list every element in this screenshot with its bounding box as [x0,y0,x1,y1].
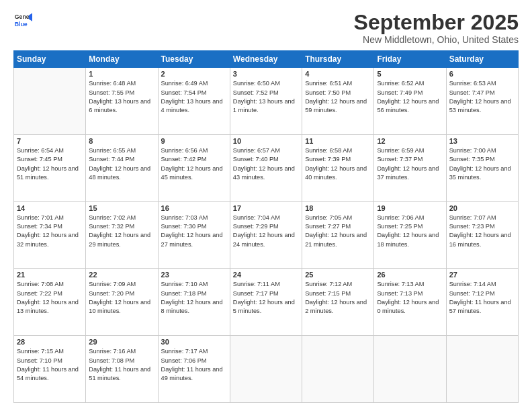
calendar-week-5: 28Sunrise: 7:15 AMSunset: 7:10 PMDayligh… [14,336,519,403]
calendar-cell: 22Sunrise: 7:09 AMSunset: 7:20 PMDayligh… [86,269,158,336]
day-number: 19 [377,204,443,212]
day-number: 18 [305,204,371,212]
day-number: 6 [449,70,515,78]
day-info: Sunrise: 7:15 AMSunset: 7:10 PMDaylight:… [17,347,83,383]
day-info: Sunrise: 7:06 AMSunset: 7:25 PMDaylight:… [377,214,443,249]
calendar-header-sunday: Sunday [14,51,86,68]
calendar-cell: 7Sunrise: 6:54 AMSunset: 7:45 PMDaylight… [14,134,86,201]
day-info: Sunrise: 6:54 AMSunset: 7:45 PMDaylight:… [17,146,83,182]
day-info: Sunrise: 7:11 AMSunset: 7:17 PMDaylight:… [233,280,299,316]
calendar-cell: 12Sunrise: 6:59 AMSunset: 7:37 PMDayligh… [374,134,446,201]
day-info: Sunrise: 7:09 AMSunset: 7:20 PMDaylight:… [89,280,154,316]
day-info: Sunrise: 6:55 AMSunset: 7:44 PMDaylight:… [89,146,154,182]
day-number: 3 [233,70,299,78]
day-number: 14 [17,204,83,212]
calendar-header-friday: Friday [374,51,446,68]
day-number: 17 [233,204,299,212]
logo-icon: General Blue [13,11,32,30]
day-info: Sunrise: 7:05 AMSunset: 7:27 PMDaylight:… [305,214,371,249]
day-info: Sunrise: 7:16 AMSunset: 7:08 PMDaylight:… [89,347,154,383]
calendar-cell: 27Sunrise: 7:14 AMSunset: 7:12 PMDayligh… [446,269,518,336]
day-number: 20 [449,204,515,212]
day-number: 26 [377,271,443,279]
day-info: Sunrise: 7:14 AMSunset: 7:12 PMDaylight:… [449,280,515,316]
day-info: Sunrise: 7:12 AMSunset: 7:15 PMDaylight:… [305,280,371,316]
calendar-cell [374,336,446,403]
day-number: 27 [449,271,515,279]
location: New Middletown, Ohio, United States [354,34,519,45]
day-number: 16 [161,204,227,212]
calendar-cell: 17Sunrise: 7:04 AMSunset: 7:29 PMDayligh… [230,201,302,269]
day-info: Sunrise: 7:01 AMSunset: 7:34 PMDaylight:… [17,214,83,249]
calendar-cell: 1Sunrise: 6:48 AMSunset: 7:55 PMDaylight… [86,68,158,135]
day-info: Sunrise: 6:49 AMSunset: 7:54 PMDaylight:… [161,79,227,115]
calendar-cell: 18Sunrise: 7:05 AMSunset: 7:27 PMDayligh… [302,201,374,269]
calendar-cell: 10Sunrise: 6:57 AMSunset: 7:40 PMDayligh… [230,134,302,201]
day-number: 11 [305,137,371,145]
calendar-week-1: 1Sunrise: 6:48 AMSunset: 7:55 PMDaylight… [14,68,519,135]
calendar-cell: 8Sunrise: 6:55 AMSunset: 7:44 PMDaylight… [86,134,158,201]
calendar-cell: 11Sunrise: 6:58 AMSunset: 7:39 PMDayligh… [302,134,374,201]
calendar-cell [230,336,302,403]
calendar-cell: 25Sunrise: 7:12 AMSunset: 7:15 PMDayligh… [302,269,374,336]
day-info: Sunrise: 7:17 AMSunset: 7:06 PMDaylight:… [161,347,227,383]
day-number: 25 [305,271,371,279]
day-number: 22 [89,271,154,279]
calendar-cell [302,336,374,403]
day-number: 5 [377,70,443,78]
calendar-header-row: SundayMondayTuesdayWednesdayThursdayFrid… [14,51,519,68]
calendar-cell: 19Sunrise: 7:06 AMSunset: 7:25 PMDayligh… [374,201,446,269]
calendar-table: SundayMondayTuesdayWednesdayThursdayFrid… [13,50,519,403]
day-info: Sunrise: 7:13 AMSunset: 7:13 PMDaylight:… [377,280,443,316]
day-info: Sunrise: 6:57 AMSunset: 7:40 PMDaylight:… [233,146,299,182]
calendar-week-2: 7Sunrise: 6:54 AMSunset: 7:45 PMDaylight… [14,134,519,201]
day-number: 21 [17,271,83,279]
day-info: Sunrise: 6:52 AMSunset: 7:49 PMDaylight:… [377,79,443,115]
day-info: Sunrise: 7:00 AMSunset: 7:35 PMDaylight:… [449,146,515,182]
day-info: Sunrise: 7:07 AMSunset: 7:23 PMDaylight:… [449,214,515,249]
logo: General Blue [13,11,32,30]
day-info: Sunrise: 6:50 AMSunset: 7:52 PMDaylight:… [233,79,299,115]
page: General Blue September 2025 New Middleto… [0,0,532,411]
day-number: 15 [89,204,154,212]
day-info: Sunrise: 6:56 AMSunset: 7:42 PMDaylight:… [161,146,227,182]
title-block: September 2025 New Middletown, Ohio, Uni… [354,11,519,45]
calendar-header-thursday: Thursday [302,51,374,68]
day-info: Sunrise: 6:59 AMSunset: 7:37 PMDaylight:… [377,146,443,182]
calendar-cell: 2Sunrise: 6:49 AMSunset: 7:54 PMDaylight… [158,68,230,135]
day-number: 7 [17,137,83,145]
calendar-cell: 29Sunrise: 7:16 AMSunset: 7:08 PMDayligh… [86,336,158,403]
calendar-cell: 24Sunrise: 7:11 AMSunset: 7:17 PMDayligh… [230,269,302,336]
day-number: 9 [161,137,227,145]
header: General Blue September 2025 New Middleto… [13,11,519,45]
day-number: 1 [89,70,154,78]
svg-text:Blue: Blue [15,21,28,28]
calendar-cell: 16Sunrise: 7:03 AMSunset: 7:30 PMDayligh… [158,201,230,269]
calendar-cell: 30Sunrise: 7:17 AMSunset: 7:06 PMDayligh… [158,336,230,403]
day-number: 24 [233,271,299,279]
calendar-cell: 26Sunrise: 7:13 AMSunset: 7:13 PMDayligh… [374,269,446,336]
calendar-week-3: 14Sunrise: 7:01 AMSunset: 7:34 PMDayligh… [14,201,519,269]
day-number: 10 [233,137,299,145]
calendar-header-tuesday: Tuesday [158,51,230,68]
day-info: Sunrise: 7:03 AMSunset: 7:30 PMDaylight:… [161,214,227,249]
calendar-header-monday: Monday [86,51,158,68]
calendar-cell: 5Sunrise: 6:52 AMSunset: 7:49 PMDaylight… [374,68,446,135]
calendar-cell: 13Sunrise: 7:00 AMSunset: 7:35 PMDayligh… [446,134,518,201]
day-number: 28 [17,338,83,346]
calendar-cell [14,68,86,135]
day-number: 30 [161,338,227,346]
calendar-cell: 6Sunrise: 6:53 AMSunset: 7:47 PMDaylight… [446,68,518,135]
calendar-cell: 21Sunrise: 7:08 AMSunset: 7:22 PMDayligh… [14,269,86,336]
day-number: 2 [161,70,227,78]
day-info: Sunrise: 6:53 AMSunset: 7:47 PMDaylight:… [449,79,515,115]
day-info: Sunrise: 6:51 AMSunset: 7:50 PMDaylight:… [305,79,371,115]
day-info: Sunrise: 6:58 AMSunset: 7:39 PMDaylight:… [305,146,371,182]
calendar-cell: 20Sunrise: 7:07 AMSunset: 7:23 PMDayligh… [446,201,518,269]
day-info: Sunrise: 7:02 AMSunset: 7:32 PMDaylight:… [89,214,154,249]
calendar-cell: 23Sunrise: 7:10 AMSunset: 7:18 PMDayligh… [158,269,230,336]
day-number: 23 [161,271,227,279]
calendar-cell [446,336,518,403]
calendar-header-wednesday: Wednesday [230,51,302,68]
day-number: 12 [377,137,443,145]
